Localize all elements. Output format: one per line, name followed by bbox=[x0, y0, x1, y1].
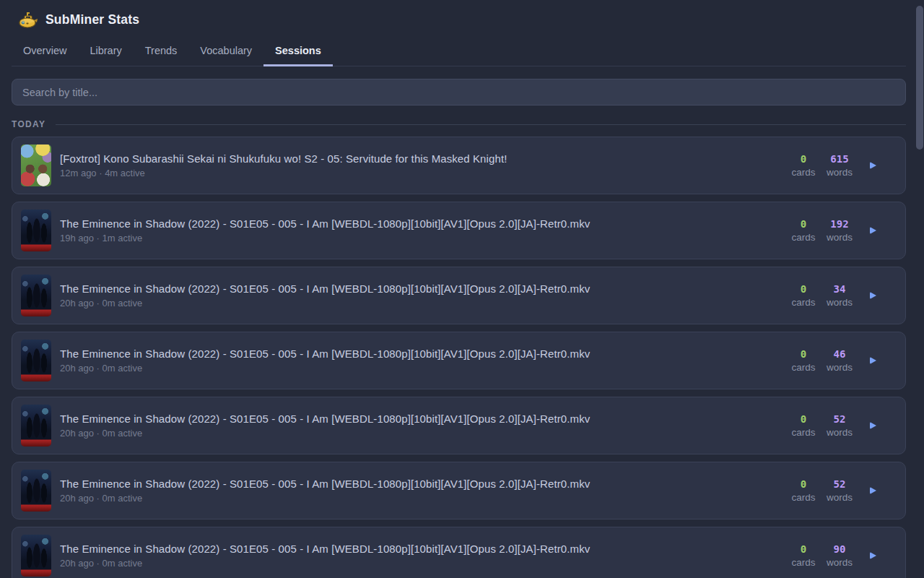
session-title: The Eminence in Shadow (2022) - S01E05 -… bbox=[60, 217, 788, 230]
session-info: The Eminence in Shadow (2022) - S01E05 -… bbox=[60, 282, 788, 309]
words-stat: 52 words bbox=[824, 413, 855, 438]
cards-count: 0 bbox=[788, 543, 819, 555]
search-bar bbox=[12, 79, 906, 105]
words-label: words bbox=[824, 362, 855, 373]
words-stat: 34 words bbox=[824, 283, 855, 308]
session-thumbnail bbox=[21, 144, 51, 186]
words-count: 46 bbox=[824, 348, 855, 360]
cards-label: cards bbox=[788, 297, 819, 308]
cards-stat: 0 cards bbox=[788, 413, 819, 438]
words-label: words bbox=[824, 232, 855, 243]
tabs: Overview Library Trends Vocabulary Sessi… bbox=[12, 38, 906, 66]
session-thumbnail bbox=[21, 340, 51, 381]
cards-stat: 0 cards bbox=[788, 478, 819, 503]
cards-label: cards bbox=[788, 167, 819, 178]
tab-trends[interactable]: Trends bbox=[134, 38, 189, 66]
session-stats: 0 cards 46 words bbox=[788, 348, 905, 373]
session-meta: 12m ago · 4m active bbox=[60, 168, 788, 178]
session-card[interactable]: The Eminence in Shadow (2022) - S01E05 -… bbox=[12, 462, 906, 519]
play-icon[interactable] bbox=[870, 292, 876, 299]
cards-count: 0 bbox=[788, 218, 819, 230]
session-card[interactable]: The Eminence in Shadow (2022) - S01E05 -… bbox=[12, 267, 906, 324]
words-label: words bbox=[824, 167, 855, 178]
session-info: The Eminence in Shadow (2022) - S01E05 -… bbox=[60, 348, 788, 374]
session-thumbnail bbox=[21, 210, 51, 251]
tab-overview[interactable]: Overview bbox=[12, 38, 78, 66]
session-meta: 20h ago · 0m active bbox=[60, 363, 788, 374]
session-info: [Foxtrot] Kono Subarashii Sekai ni Shuku… bbox=[60, 152, 788, 178]
cards-label: cards bbox=[788, 362, 819, 373]
session-title: The Eminence in Shadow (2022) - S01E05 -… bbox=[60, 282, 788, 295]
cards-count: 0 bbox=[788, 478, 819, 490]
app-title: SubMiner Stats bbox=[45, 12, 139, 27]
tab-vocabulary[interactable]: Vocabulary bbox=[188, 38, 263, 66]
session-card[interactable]: The Eminence in Shadow (2022) - S01E05 -… bbox=[12, 202, 906, 259]
words-stat: 615 words bbox=[824, 153, 855, 178]
page: SubMiner Stats Overview Library Trends V… bbox=[0, 0, 924, 578]
session-stats: 0 cards 615 words bbox=[788, 153, 905, 178]
cards-count: 0 bbox=[788, 153, 819, 165]
app-header: SubMiner Stats bbox=[12, 0, 906, 29]
words-label: words bbox=[824, 557, 855, 568]
play-icon[interactable] bbox=[870, 227, 876, 234]
words-count: 192 bbox=[824, 218, 855, 230]
scrollbar-thumb[interactable] bbox=[916, 6, 923, 150]
session-card[interactable]: The Eminence in Shadow (2022) - S01E05 -… bbox=[12, 527, 906, 578]
cards-count: 0 bbox=[788, 348, 819, 360]
section-label: TODAY bbox=[12, 119, 45, 129]
words-stat: 52 words bbox=[824, 478, 855, 503]
play-icon[interactable] bbox=[870, 422, 876, 429]
session-title: [Foxtrot] Kono Subarashii Sekai ni Shuku… bbox=[60, 152, 788, 165]
play-icon[interactable] bbox=[870, 162, 876, 169]
cards-stat: 0 cards bbox=[788, 543, 819, 568]
session-card[interactable]: [Foxtrot] Kono Subarashii Sekai ni Shuku… bbox=[12, 137, 906, 194]
words-count: 90 bbox=[824, 543, 855, 555]
session-thumbnail bbox=[21, 405, 51, 447]
session-meta: 20h ago · 0m active bbox=[60, 558, 788, 569]
session-info: The Eminence in Shadow (2022) - S01E05 -… bbox=[60, 543, 788, 569]
session-stats: 0 cards 52 words bbox=[788, 478, 905, 503]
cards-stat: 0 cards bbox=[788, 218, 819, 243]
session-title: The Eminence in Shadow (2022) - S01E05 -… bbox=[60, 478, 788, 490]
cards-label: cards bbox=[788, 557, 819, 568]
words-label: words bbox=[824, 297, 855, 308]
session-stats: 0 cards 192 words bbox=[788, 218, 905, 243]
session-card[interactable]: The Eminence in Shadow (2022) - S01E05 -… bbox=[12, 397, 906, 454]
session-stats: 0 cards 90 words bbox=[788, 543, 905, 568]
cards-stat: 0 cards bbox=[788, 153, 819, 178]
session-stats: 0 cards 34 words bbox=[788, 283, 905, 308]
words-stat: 90 words bbox=[824, 543, 855, 568]
cards-count: 0 bbox=[788, 283, 819, 295]
session-list: [Foxtrot] Kono Subarashii Sekai ni Shuku… bbox=[12, 137, 906, 578]
cards-label: cards bbox=[788, 427, 819, 438]
tab-library[interactable]: Library bbox=[78, 38, 133, 66]
session-stats: 0 cards 52 words bbox=[788, 413, 905, 438]
search-input[interactable] bbox=[12, 79, 906, 105]
session-info: The Eminence in Shadow (2022) - S01E05 -… bbox=[60, 217, 788, 243]
session-meta: 19h ago · 1m active bbox=[60, 233, 788, 243]
words-stat: 46 words bbox=[824, 348, 855, 373]
submarine-icon bbox=[19, 12, 38, 28]
session-title: The Eminence in Shadow (2022) - S01E05 -… bbox=[60, 543, 788, 555]
play-icon[interactable] bbox=[870, 552, 876, 559]
session-card[interactable]: The Eminence in Shadow (2022) - S01E05 -… bbox=[12, 332, 906, 389]
cards-label: cards bbox=[788, 232, 819, 243]
play-icon[interactable] bbox=[870, 487, 876, 494]
play-icon[interactable] bbox=[870, 357, 876, 364]
cards-stat: 0 cards bbox=[788, 348, 819, 373]
session-title: The Eminence in Shadow (2022) - S01E05 -… bbox=[60, 348, 788, 360]
session-thumbnail bbox=[21, 535, 51, 577]
session-meta: 20h ago · 0m active bbox=[60, 298, 788, 309]
cards-count: 0 bbox=[788, 413, 819, 425]
tab-sessions[interactable]: Sessions bbox=[263, 38, 333, 66]
session-meta: 20h ago · 0m active bbox=[60, 428, 788, 439]
cards-label: cards bbox=[788, 492, 819, 503]
session-meta: 20h ago · 0m active bbox=[60, 493, 788, 504]
cards-stat: 0 cards bbox=[788, 283, 819, 308]
words-count: 615 bbox=[824, 153, 855, 165]
session-info: The Eminence in Shadow (2022) - S01E05 -… bbox=[60, 413, 788, 439]
section-divider bbox=[56, 124, 906, 125]
session-thumbnail bbox=[21, 275, 51, 316]
words-count: 34 bbox=[824, 283, 855, 295]
section-header: TODAY bbox=[12, 119, 906, 129]
